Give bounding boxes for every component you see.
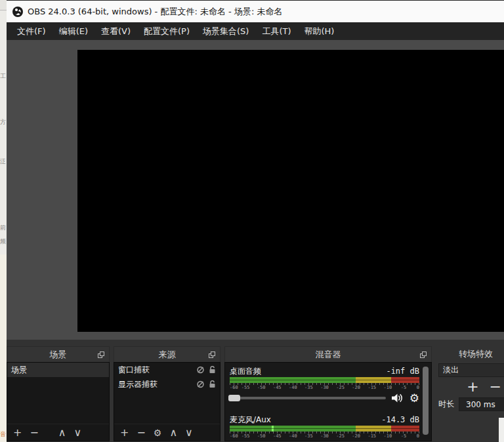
menu-tools[interactable]: 工具(T) [256,23,297,40]
transitions-dock: 转场特效 淡出 + − 时长 300 ms [436,346,504,441]
speaker-unmuted-icon[interactable] [391,393,404,403]
duration-value: 300 ms [466,400,495,409]
slider-handle[interactable] [228,395,240,401]
meter-scale-label: -60 [230,385,238,390]
menu-file[interactable]: 文件(F) [11,23,52,40]
scene-name: 场景 [11,365,27,376]
volume-meter [230,426,419,432]
mixer-dock-header[interactable]: 混音器 [224,346,432,362]
screen: 工 方 泛 前 频 音 OBS 24.0.3 (64-bit, windows)… [0,0,504,442]
transitions-dock-title: 转场特效 [459,348,493,360]
menu-profile[interactable]: 配置文件(P) [138,23,196,40]
detach-icon[interactable] [98,352,104,358]
remove-source-button[interactable]: − [136,428,145,438]
meter-scale-label: -40 [289,433,297,439]
volume-meter [230,377,419,383]
meter-scale-label: -10 [384,433,392,439]
mixer-dock-title: 混音器 [316,349,341,361]
background-window-fragment [0,0,7,10]
meter-scale-label: -5 [401,433,406,439]
meter-scale-label: -50 [257,385,266,390]
source-list-item[interactable]: 显示器捕获 [114,377,220,392]
scenes-dock-body: 场景 + − ∧ ∨ [7,362,110,441]
window-title: OBS 24.0.3 (64-bit, windows) - 配置文件: 未命名… [28,6,282,18]
background-text-fragment: 前 [0,224,7,232]
add-transition-button[interactable]: + [467,380,478,394]
sources-dock-header[interactable]: 来源 [114,346,220,362]
detach-icon[interactable] [209,352,215,358]
remove-scene-button[interactable]: − [30,428,38,438]
source-properties-button[interactable]: ⚙ [154,428,162,437]
channel-settings-gear-icon[interactable]: ⚙ [410,441,419,442]
scenes-list: 场景 [7,363,109,424]
transition-select[interactable]: 淡出 [438,363,504,377]
remove-transition-button[interactable]: − [490,380,501,394]
meter-scale-label: -35 [304,385,313,390]
duration-label: 时长 [438,399,454,410]
lock-open-icon[interactable] [209,380,216,388]
background-text-fragment: 泛 [0,157,7,166]
mixer-dock: 混音器 桌面音频 -inf dB -6 [224,346,432,441]
lock-open-icon[interactable] [209,366,216,374]
menu-help[interactable]: 帮助(H) [299,23,341,40]
meter-scale-label: 0 [417,433,419,439]
preview-canvas[interactable] [77,50,504,332]
transition-buttons: + − [438,378,504,395]
add-source-button[interactable]: + [120,428,129,438]
meter-scale-label: -50 [257,433,266,439]
background-text-fragment: 频 [0,237,7,246]
background-window-fragment [0,254,7,442]
meter-scale-label: -45 [273,433,282,439]
sources-dock-body: 窗口捕获 [114,362,220,441]
source-row-icons [196,380,216,388]
mixer-channel-desktop-audio: 桌面音频 -inf dB -60-55-50-45-40-35-30-25-20… [230,366,419,403]
mixer-dock-body: 桌面音频 -inf dB -60-55-50-45-40-35-30-25-20… [224,362,432,441]
source-up-button[interactable]: ∧ [169,428,177,438]
meter-peak-indicator [272,426,274,432]
mixer-scrollbar[interactable] [423,367,429,435]
transitions-dock-body: 淡出 + − 时长 300 ms [436,362,504,441]
transitions-dock-header[interactable]: 转场特效 [436,346,504,362]
meter-scale-label: -20 [352,385,360,390]
visibility-hidden-icon[interactable] [196,380,205,388]
channel-level: -inf dB [386,367,419,376]
duration-input[interactable]: 300 ms [459,397,504,411]
meter-scale-label: -30 [320,385,329,390]
meter-scale-label: -55 [242,433,250,439]
transition-selected-value: 淡出 [443,365,459,376]
sources-dock: 来源 窗口捕获 [114,346,220,441]
sources-toolbar: + − ⚙ ∧ ∨ [114,424,220,441]
menu-view[interactable]: 查看(V) [95,23,136,40]
scene-list-item[interactable]: 场景 [7,363,109,377]
meter-scale-labels: -60-55-50-45-40-35-30-25-20-15-10-50 [230,385,419,391]
slider-groove [230,397,386,399]
add-scene-button[interactable]: + [13,428,22,438]
source-down-button[interactable]: ∨ [185,428,193,438]
meter-scale-label: -35 [304,433,313,439]
scene-up-button[interactable]: ∧ [58,428,66,438]
menu-scene-collection[interactable]: 场景集合(S) [197,23,255,40]
channel-header: 桌面音频 -inf dB [230,366,419,377]
obs-window: OBS 24.0.3 (64-bit, windows) - 配置文件: 未命名… [7,0,504,442]
meter-scale-labels: -60-55-50-45-40-35-30-25-20-15-10-50 [230,433,419,439]
scene-down-button[interactable]: ∨ [74,428,82,438]
volume-slider[interactable] [230,394,386,402]
background-window-sliver-right [499,418,504,442]
meter-scale-label: -25 [336,385,345,390]
meter-scale-label: -40 [289,385,297,390]
meter-scale-label: -5 [401,385,406,390]
channel-name: 桌面音频 [230,366,261,377]
main-area [7,40,504,340]
meter-scale-label: -25 [336,433,345,439]
scenes-dock-header[interactable]: 场景 [7,346,110,362]
scenes-toolbar: + − ∧ ∨ [7,424,109,441]
source-list-item[interactable]: 窗口捕获 [114,363,220,377]
menu-edit[interactable]: 编辑(E) [53,23,94,40]
volume-slider-row: ⚙ [230,393,419,403]
detach-icon[interactable] [420,352,427,358]
visibility-hidden-icon[interactable] [196,366,205,374]
obs-logo-icon [12,7,23,17]
title-bar[interactable]: OBS 24.0.3 (64-bit, windows) - 配置文件: 未命名… [7,1,504,22]
background-text-fragment: 方 [0,118,7,127]
channel-settings-gear-icon[interactable]: ⚙ [410,393,419,404]
